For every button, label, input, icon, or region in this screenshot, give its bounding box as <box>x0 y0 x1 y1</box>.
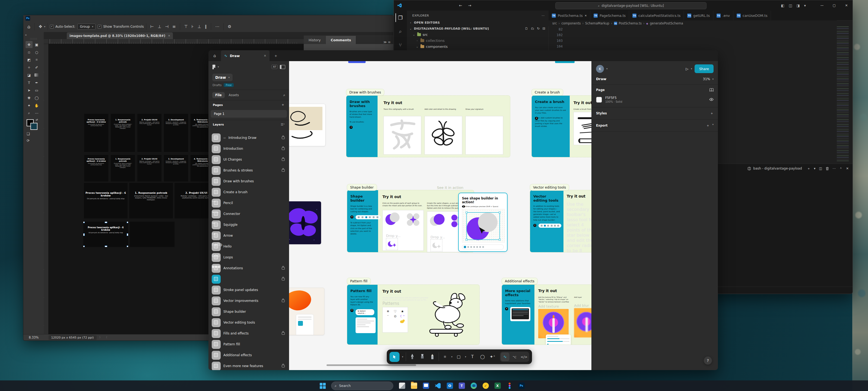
drafts-label[interactable]: Drafts <box>213 83 221 87</box>
artboard-thumbnail[interactable]: 3. DevelopmentFrontend + backend + integ… <box>164 155 188 181</box>
custom-shape-tool[interactable]: ✦ <box>26 102 33 109</box>
layer-row[interactable]: ▭ Introducing Draw <box>209 132 289 143</box>
brush-samples-box[interactable] <box>574 112 592 145</box>
figma-canvas[interactable]: Draw with brushes Draw with brushes Brus… <box>289 61 592 370</box>
partial-frame-sketch[interactable] <box>289 104 326 146</box>
gradient-tool[interactable] <box>34 73 39 77</box>
file-name-dropdown[interactable]: Draw▾ <box>212 74 232 81</box>
layer-row[interactable]: UI Changes <box>209 154 289 165</box>
menu-item[interactable] <box>48 17 52 21</box>
artboard-thumbnail[interactable] <box>130 222 175 247</box>
align-middle-icon[interactable]: ⊦ <box>190 24 196 29</box>
menu-item[interactable] <box>67 17 72 21</box>
select-source-button[interactable]: ⧉ Select source... <box>355 309 374 315</box>
menu-item[interactable] <box>38 17 42 21</box>
add-style-icon[interactable]: ＋ <box>710 111 714 116</box>
layer-row[interactable]: Pattern fill <box>209 339 289 350</box>
background-color[interactable] <box>30 123 37 130</box>
taskbar-app[interactable] <box>494 382 501 390</box>
document-tab[interactable]: images-template.psd @ 8.33% (1920x1080-1… <box>67 32 173 39</box>
signature-box[interactable] <box>465 116 503 155</box>
maximize-panel-icon[interactable]: ＾ <box>839 166 842 171</box>
toggle-ui-icon[interactable] <box>280 65 285 69</box>
new-file-icon[interactable]: 🗋 <box>525 27 528 30</box>
tab-assets[interactable]: Assets <box>226 92 242 98</box>
nav-forward-icon[interactable]: → <box>468 3 471 8</box>
layer-row[interactable]: ≈ Squiggle <box>209 219 289 230</box>
move-tool[interactable]: ✥ <box>26 41 33 48</box>
artboard-thumbnail[interactable]: 1. Rozpoznanie potrzebZrozumienie Twoich… <box>111 155 135 181</box>
align-bottom-icon[interactable]: ⊥ <box>196 24 203 29</box>
zoom-chevron[interactable]: ▾ <box>712 78 714 80</box>
present-icon[interactable]: ▷ <box>686 67 688 71</box>
frame-shape-builder[interactable]: Shape builder Shape builder is a new too… <box>347 190 474 252</box>
menu-item[interactable] <box>422 4 426 8</box>
toggle-panel-icon[interactable]: ◫ <box>789 3 792 8</box>
zoom-level[interactable]: 8.33% <box>29 336 39 339</box>
layer-row[interactable]: Stroke panel updates <box>209 284 289 295</box>
tab-comments[interactable]: Comments <box>326 36 356 44</box>
brush-tool[interactable]: ✐ <box>33 64 40 71</box>
align-left-icon[interactable]: ⊢ <box>149 24 156 29</box>
crop-tool[interactable]: ⌗ <box>33 56 40 63</box>
mixer-brush-tool[interactable]: ✾ <box>26 94 33 101</box>
layer-row[interactable]: Shape builder <box>209 306 289 317</box>
panel-more-icon[interactable]: ≫ ≡ <box>383 40 393 44</box>
command-search-box[interactable]: ⌕digitalvantage-payload [WSL: Ubuntu] <box>555 2 707 9</box>
layer-row[interactable]: ooo Loops <box>209 252 289 263</box>
artboard-tool[interactable]: ▣ <box>33 41 40 48</box>
eraser-tool[interactable]: ◪ <box>26 72 33 79</box>
layer-row[interactable]: Introduction <box>209 143 289 154</box>
layer-row[interactable]: Brushes & strokes <box>209 165 289 176</box>
menu-item[interactable] <box>418 4 422 8</box>
distribute-v-icon[interactable]: ∥ <box>203 24 209 29</box>
screen-mode-icon[interactable]: ⟳ <box>27 139 44 143</box>
color-swatch[interactable] <box>596 97 602 103</box>
lasso-tool[interactable]: ○ <box>33 49 40 56</box>
taskbar-app[interactable] <box>458 382 465 390</box>
project-root-row[interactable]: ⌄DIGITALVANTAGE-PAYLOAD [WSL: UBUNTU] 🗋🗀… <box>407 26 549 31</box>
shape-builder-action-card[interactable]: See shape builder in action! 1 Enter pro… <box>458 193 507 252</box>
pen-tool[interactable]: ✒ <box>33 79 40 86</box>
hand-tool[interactable]: ✋ <box>33 102 40 109</box>
terminal-tab-label[interactable]: bash - digitalvantage-payload <box>753 167 802 170</box>
taskbar-app[interactable] <box>470 382 477 390</box>
calligraphy-box[interactable] <box>383 116 421 155</box>
swap-colors-icon[interactable]: ⇄ <box>36 118 38 121</box>
brush-tool[interactable] <box>418 352 426 361</box>
breadcrumb[interactable]: src› components› SchemaMarkup› TSPostSch… <box>549 20 837 26</box>
color-swatches[interactable]: ⇄ <box>27 119 37 130</box>
tab-history[interactable]: History <box>304 36 326 44</box>
object-selection-tool[interactable]: ◩ <box>26 56 33 63</box>
pencil-tool[interactable] <box>429 352 436 361</box>
align-center-h-icon[interactable]: ⊥ <box>156 24 163 29</box>
menu-item[interactable] <box>431 4 435 8</box>
edit-toolbar-icon[interactable]: ⋯ <box>33 110 40 117</box>
section-label-vector-editing-tools[interactable]: Vector editing tools <box>530 184 569 191</box>
lock-icon[interactable] <box>282 169 285 172</box>
code-mode-button[interactable]: </> <box>520 353 528 361</box>
frame-pattern-fill[interactable]: Pattern fill You can now fill any layer … <box>347 284 479 345</box>
taskbar-app[interactable] <box>482 382 489 390</box>
minimize-button[interactable]: — <box>816 0 828 10</box>
tree-item-src[interactable]: ⌄src <box>407 31 549 37</box>
editor-tab[interactable]: TS canUseDOM.ts <box>733 10 771 20</box>
layer-row[interactable]: Fills and effects <box>209 328 289 339</box>
path-select-tool[interactable]: ➤ <box>26 87 33 94</box>
layer-row[interactable]: hello Hello <box>209 241 289 252</box>
taskbar-app[interactable] <box>446 382 453 390</box>
new-tab-icon[interactable]: ＋ <box>270 50 282 61</box>
type-tool[interactable]: T <box>26 79 33 86</box>
layer-row[interactable]: Even more new features <box>209 361 289 370</box>
close-icon[interactable]: ✕ <box>168 34 170 37</box>
artboard-thumbnail[interactable]: 2. Projekt UX/UIMakiety i prototypy – sz… <box>137 155 161 181</box>
layer-row[interactable]: Draw with brushes <box>209 176 289 187</box>
frame-additional-effects[interactable]: More special effects Some new additions … <box>502 284 592 345</box>
layers-options-icon[interactable]: ☰ˣ <box>281 123 285 127</box>
close-tab-icon[interactable]: ✕ <box>264 54 266 58</box>
frame-tool-chevron[interactable]: ▾ <box>452 355 453 358</box>
moon-star-box-add[interactable]: Drop y... <box>382 210 424 251</box>
show-transform-checkbox[interactable]: ✓Show Transform Controls <box>98 25 144 29</box>
share-button[interactable]: Share <box>694 64 714 73</box>
layer-row[interactable]: ▪▪▪ Annotations <box>209 263 289 274</box>
